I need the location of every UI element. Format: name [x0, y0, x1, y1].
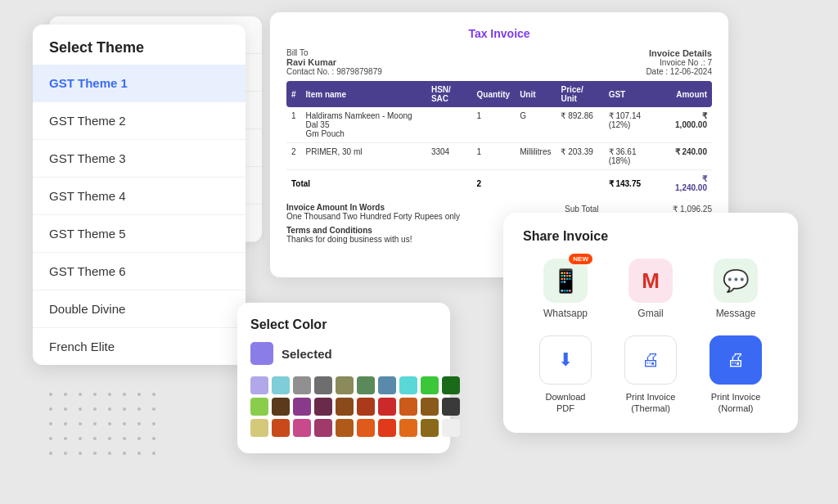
total-tax: ₹ 143.75: [604, 170, 665, 197]
print-normal-label: Print Invoice(Normal): [711, 391, 761, 415]
cell-hsn-1: [426, 107, 472, 143]
color-swatch[interactable]: [314, 376, 332, 394]
theme-item-3[interactable]: GST Theme 3: [33, 140, 246, 178]
color-swatch[interactable]: [357, 376, 375, 394]
color-swatch[interactable]: [442, 398, 460, 416]
color-panel-title: Select Color: [250, 317, 437, 332]
color-swatch[interactable]: [293, 419, 311, 437]
cell-price-2: ₹ 203.39: [556, 143, 603, 170]
invoice-table: # Item name HSN/ SAC Quantity Unit Price…: [286, 81, 712, 196]
color-swatch[interactable]: [421, 376, 439, 394]
theme-panel-title: Select Theme: [33, 25, 246, 65]
cell-item-2: PRIMER, 30 ml: [301, 143, 426, 170]
message-label: Message: [716, 308, 756, 319]
download-icon: ⬇: [558, 349, 573, 371]
color-swatch[interactable]: [293, 376, 311, 394]
color-swatch[interactable]: [272, 398, 290, 416]
color-swatch[interactable]: [272, 419, 290, 437]
color-swatch[interactable]: [293, 398, 311, 416]
invoice-details-section: Invoice Details Invoice No .: 7 Date : 1…: [646, 48, 712, 76]
message-button[interactable]: 💬 Message: [714, 259, 758, 319]
cell-hsn-2: 3304: [426, 143, 472, 170]
selected-color-swatch: [250, 342, 273, 365]
theme-panel: Select Theme GST Theme 1 GST Theme 2 GST…: [33, 25, 246, 365]
col-price: Price/ Unit: [556, 81, 603, 107]
color-swatch[interactable]: [399, 419, 417, 437]
print-normal-icon: 🖨: [727, 349, 745, 371]
print-normal-button[interactable]: 🖨 Print Invoice(Normal): [710, 335, 762, 415]
theme-item-2[interactable]: GST Theme 2: [33, 102, 246, 140]
share-panel-title: Share Invoice: [523, 229, 778, 244]
col-item: Item name: [301, 81, 426, 107]
color-grid-row2: [250, 398, 437, 416]
theme-item-french-elite[interactable]: French Elite: [33, 328, 246, 365]
color-swatch[interactable]: [357, 398, 375, 416]
print-thermal-icon: 🖨: [642, 349, 660, 371]
share-icons-row: 📱 NEW Whatsapp M Gmail 💬 Message: [523, 259, 778, 319]
col-hsn: HSN/ SAC: [426, 81, 472, 107]
color-swatch[interactable]: [250, 419, 268, 437]
color-swatch[interactable]: [250, 398, 268, 416]
gmail-button[interactable]: M Gmail: [628, 259, 673, 319]
color-swatch[interactable]: [442, 419, 460, 437]
color-swatch[interactable]: [336, 398, 354, 416]
color-swatch[interactable]: [336, 376, 354, 394]
color-swatch[interactable]: [399, 398, 417, 416]
col-unit: Unit: [515, 81, 556, 107]
action-icons-row: ⬇ DownloadPDF 🖨 Print Invoice(Thermal) 🖨…: [523, 335, 778, 415]
color-swatch[interactable]: [357, 419, 375, 437]
theme-item-1[interactable]: GST Theme 1: [33, 65, 246, 102]
total-label: Total: [286, 170, 426, 197]
cell-gst-2: ₹ 36.61 (18%): [604, 143, 665, 170]
color-swatch[interactable]: [314, 419, 332, 437]
customer-name: Ravi Kumar: [286, 57, 382, 67]
theme-item-6[interactable]: GST Theme 6: [33, 253, 246, 290]
color-panel: Select Color Selected: [237, 303, 450, 453]
color-grid-row1: [250, 376, 437, 394]
color-swatch[interactable]: [399, 376, 417, 394]
color-swatch[interactable]: [421, 419, 439, 437]
color-swatch[interactable]: [314, 398, 332, 416]
print-normal-icon-box: 🖨: [710, 335, 762, 385]
gmail-label: Gmail: [638, 308, 663, 319]
cell-qty-1: 1: [472, 107, 516, 143]
color-swatch[interactable]: [378, 376, 396, 394]
whatsapp-button[interactable]: 📱 NEW Whatsapp: [543, 259, 588, 319]
cell-item-1: Haldirams Namkeen - Moong Dal 35Gm Pouch: [301, 107, 426, 143]
theme-item-5[interactable]: GST Theme 5: [33, 215, 246, 253]
contact-number: Contact No. : 9879879879: [286, 67, 382, 76]
color-swatch[interactable]: [336, 419, 354, 437]
print-thermal-button[interactable]: 🖨 Print Invoice(Thermal): [624, 335, 677, 415]
cell-unit-1: G: [515, 107, 556, 143]
cell-amount-2: ₹ 240.00: [665, 143, 712, 170]
color-swatch[interactable]: [442, 376, 460, 394]
cell-unit-2: Millilitres: [515, 143, 556, 170]
message-icon-circle: 💬: [714, 259, 758, 303]
color-swatch[interactable]: [250, 376, 268, 394]
color-swatch[interactable]: [378, 398, 396, 416]
cell-price-1: ₹ 892.86: [556, 107, 603, 143]
whatsapp-icon: 📱: [552, 268, 580, 295]
new-badge: NEW: [569, 254, 592, 264]
download-pdf-button[interactable]: ⬇ DownloadPDF: [539, 335, 592, 415]
col-gst: GST: [604, 81, 665, 107]
cell-amount-1: ₹ 1,000.00: [665, 107, 712, 143]
color-swatch[interactable]: [421, 398, 439, 416]
total-qty: 2: [472, 170, 516, 197]
download-pdf-icon-box: ⬇: [539, 335, 592, 385]
total-unit: [515, 170, 556, 197]
invoice-details-title: Invoice Details: [646, 48, 712, 58]
total-amount: ₹ 1,240.00: [665, 170, 712, 197]
theme-item-4[interactable]: GST Theme 4: [33, 178, 246, 215]
theme-item-double-divine[interactable]: Double Divine: [33, 290, 246, 328]
color-swatch[interactable]: [378, 419, 396, 437]
print-thermal-label: Print Invoice(Thermal): [626, 391, 676, 415]
whatsapp-icon-circle: 📱 NEW: [543, 259, 588, 303]
color-swatch[interactable]: [272, 376, 290, 394]
cell-sno-1: 1: [286, 107, 301, 143]
cell-gst-1: ₹ 107.14 (12%): [604, 107, 665, 143]
col-sno: #: [286, 81, 301, 107]
share-panel: Share Invoice 📱 NEW Whatsapp M Gmail 💬 M…: [503, 213, 798, 433]
selected-color-label: Selected: [282, 347, 332, 361]
invoice-header: Bill To Ravi Kumar Contact No. : 9879879…: [286, 48, 712, 76]
